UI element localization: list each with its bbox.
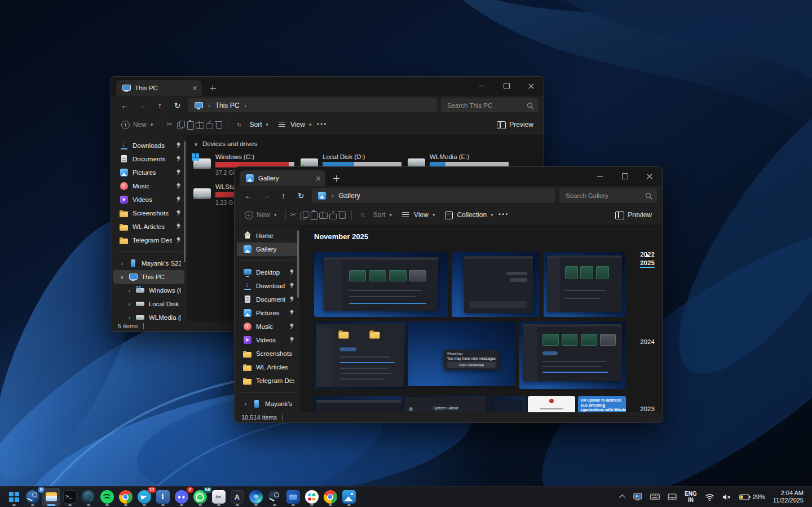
minimize-button[interactable] [588, 167, 612, 186]
discord-icon[interactable]: 2 [172, 488, 191, 506]
section-header[interactable]: ∨ Devices and drives [193, 140, 544, 147]
sidebar-item-documents[interactable]: Documents [237, 293, 298, 306]
sidebar-item-screenshots[interactable]: Screenshots [113, 206, 184, 220]
clock[interactable]: 2:04 AM 11/22/2025 [770, 488, 806, 505]
breadcrumb[interactable]: › This PC › [188, 98, 437, 112]
timeline-year-2021[interactable]: 2021 [637, 251, 657, 258]
gallery-thumbnail[interactable]: WhatsApp You may have new messages Open … [408, 321, 515, 389]
sidebar-item-desktop[interactable]: Desktop [237, 266, 298, 279]
sidebar-item-music[interactable]: Music [237, 320, 298, 333]
gallery-thumbnail[interactable] [544, 252, 625, 317]
expand-chevron-icon[interactable]: › [127, 315, 132, 321]
edge-icon[interactable] [246, 488, 265, 506]
copy-icon[interactable] [299, 210, 309, 220]
sidebar-item-downloads[interactable]: Downloads [113, 139, 184, 152]
sidebar-item-music[interactable]: Music [113, 179, 184, 193]
gallery-thumbnail[interactable] [491, 396, 526, 412]
sort-button[interactable]: Sort ▾ [232, 117, 273, 133]
timeline-year-2023[interactable]: 2023 [637, 405, 657, 412]
delete-icon[interactable] [214, 120, 224, 130]
view-button[interactable]: View ▾ [396, 208, 439, 223]
touchpad-tray-icon[interactable] [665, 488, 679, 505]
tray-overflow-button[interactable] [618, 488, 628, 505]
new-tab-button[interactable] [210, 85, 216, 91]
gallery-thumbnail[interactable] [314, 321, 405, 389]
sidebar-item-downloads[interactable]: Downloads [237, 279, 298, 293]
gallery-thumbnail[interactable] [314, 396, 403, 412]
breadcrumb[interactable]: › Gallery [312, 188, 555, 202]
search-input[interactable] [564, 192, 642, 200]
maximize-button[interactable] [494, 77, 519, 95]
search-input[interactable] [446, 102, 523, 109]
preview-button[interactable]: Preview [610, 208, 656, 223]
back-button[interactable]: ← [116, 98, 134, 113]
breadcrumb-item[interactable]: Gallery [339, 192, 360, 200]
expand-chevron-icon[interactable]: › [127, 288, 132, 294]
blue-app-icon[interactable] [284, 488, 302, 506]
cut-icon[interactable] [166, 120, 176, 130]
refresh-button[interactable]: ↻ [169, 98, 186, 113]
telegram-icon[interactable]: 11 [135, 488, 153, 506]
paste-icon[interactable] [309, 210, 319, 220]
sidebar-item-phone[interactable]: › Mayank's S23 [237, 397, 298, 411]
share-icon[interactable] [205, 120, 214, 130]
gallery-thumbnail[interactable] [314, 252, 448, 317]
sidebar-item-home[interactable]: Home [237, 229, 298, 243]
sidebar-item-this-pc[interactable]: ∨ This PC [113, 270, 184, 284]
steam-blue-icon[interactable]: 8 [23, 488, 42, 506]
collection-button[interactable]: Collection ▾ [439, 208, 497, 223]
sidebar-item-gallery[interactable]: Gallery [237, 243, 298, 256]
sidebar-item-pictures[interactable]: Pictures [237, 306, 298, 320]
sidebar-item-screenshots[interactable]: Screenshots [237, 347, 298, 360]
slack-icon[interactable] [302, 488, 321, 506]
search-box[interactable] [441, 98, 539, 112]
rename-icon[interactable] [195, 120, 205, 130]
spotify-icon[interactable] [98, 488, 116, 506]
gallery-thumbnail[interactable]: ew update to address sue affecting rgani… [578, 396, 626, 412]
paste-icon[interactable] [186, 120, 195, 130]
breadcrumb-item[interactable]: This PC [215, 102, 240, 109]
close-button[interactable] [519, 77, 544, 95]
delete-icon[interactable] [338, 210, 347, 220]
terminal-icon[interactable] [60, 488, 79, 506]
sidebar-item-wlmedia-e[interactable]: › WLMedia (E:) [113, 311, 184, 324]
start-button[interactable] [5, 488, 23, 506]
new-button[interactable]: New ▾ [240, 208, 281, 222]
globe-app-icon[interactable] [79, 488, 98, 506]
up-button[interactable]: ↑ [275, 188, 292, 203]
chrome-icon-2[interactable] [321, 488, 339, 506]
rename-icon[interactable] [319, 210, 328, 220]
preview-button[interactable]: Preview [492, 117, 538, 133]
share-icon[interactable] [328, 210, 338, 220]
language-indicator[interactable]: ENG IN [682, 488, 700, 505]
sidebar-item-pictures[interactable]: Pictures [113, 166, 184, 179]
maximize-button[interactable] [612, 167, 637, 186]
up-button[interactable]: ↑ [151, 98, 169, 113]
sidebar-item-telegram-desktop[interactable]: Telegram Desktop [237, 374, 298, 387]
battery-indicator[interactable]: 29% [736, 488, 768, 505]
sidebar-item-telegram-desktop[interactable]: Telegram Deskt [113, 233, 184, 247]
new-button[interactable]: New ▾ [117, 118, 158, 132]
sidebar-item-phone[interactable]: › Mayank's S23 [113, 257, 184, 270]
sidebar-item-videos[interactable]: Videos [237, 333, 298, 347]
forward-button[interactable]: → [134, 98, 151, 113]
sort-button[interactable]: Sort ▾ [356, 208, 397, 223]
minimize-button[interactable] [469, 77, 494, 95]
copy-icon[interactable] [176, 120, 186, 130]
back-button[interactable]: ← [240, 188, 257, 203]
gallery-thumbnail[interactable]: System › About [403, 396, 487, 412]
gallery-thumbnail[interactable] [528, 396, 575, 412]
expand-chevron-icon[interactable]: › [127, 301, 132, 307]
timeline-year-2024[interactable]: 2024 [637, 338, 657, 345]
more-options-icon[interactable] [316, 120, 325, 130]
tab-gallery[interactable]: Gallery [240, 170, 325, 186]
new-tab-button[interactable] [333, 175, 339, 182]
more-options-icon[interactable] [498, 210, 508, 220]
display-tray-icon[interactable] [630, 488, 645, 505]
tab-close-icon[interactable] [192, 86, 197, 91]
tab-this-pc[interactable]: This PC [116, 80, 202, 96]
view-button[interactable]: View ▾ [273, 117, 316, 133]
expand-chevron-icon[interactable]: ∨ [120, 274, 125, 280]
timeline-year-2025[interactable]: 2025 [637, 259, 657, 266]
volume-muted-icon[interactable] [720, 488, 734, 505]
